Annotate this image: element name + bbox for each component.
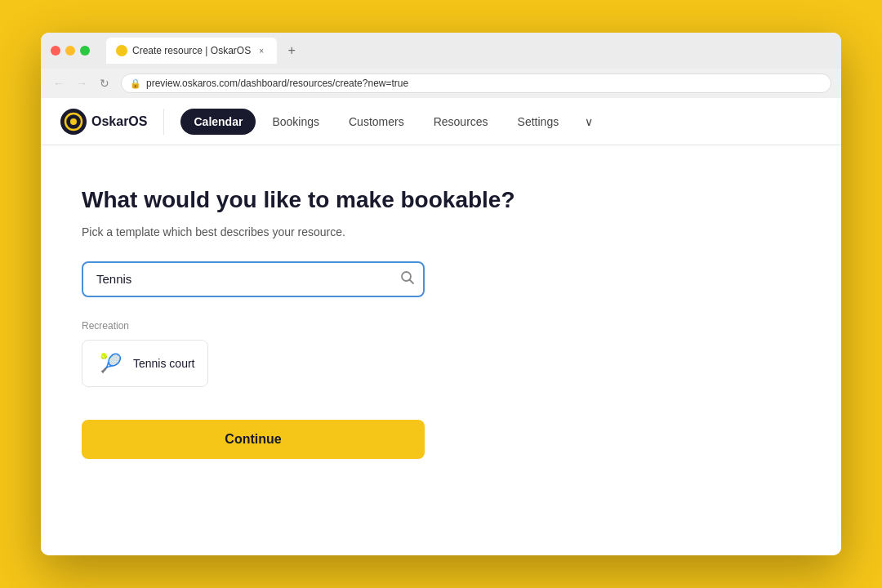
traffic-lights xyxy=(51,46,90,56)
nav-items: Calendar Bookings Customers Resources Se… xyxy=(180,109,822,135)
oskaros-logo: OskarOS xyxy=(60,109,147,135)
page-subtitle: Pick a template which best describes you… xyxy=(82,225,800,238)
category-label: Recreation xyxy=(82,320,800,332)
forward-button[interactable]: → xyxy=(74,75,90,91)
template-card-icon: 🎾 xyxy=(96,349,125,378)
lock-icon: 🔒 xyxy=(130,78,141,89)
svg-point-2 xyxy=(70,118,77,125)
new-tab-button[interactable]: + xyxy=(280,39,303,62)
svg-line-4 xyxy=(410,279,414,283)
back-button[interactable]: ← xyxy=(51,75,67,91)
tab-title: Create resource | OskarOS xyxy=(132,45,251,56)
main-content: What would you like to make bookable? Pi… xyxy=(41,145,841,555)
search-icon[interactable] xyxy=(400,270,415,288)
nav-item-settings[interactable]: Settings xyxy=(505,109,572,135)
nav-item-calendar[interactable]: Calendar xyxy=(180,109,256,135)
title-bar: Create resource | OskarOS × + xyxy=(41,33,841,69)
reload-button[interactable]: ↻ xyxy=(96,75,113,91)
address-bar: ← → ↻ 🔒 preview.oskaros.com/dashboard/re… xyxy=(41,69,841,98)
browser-window: Create resource | OskarOS × + ← → ↻ 🔒 pr… xyxy=(41,33,841,555)
search-input[interactable] xyxy=(82,261,425,297)
nav-buttons: ← → ↻ xyxy=(51,75,113,91)
maximize-button[interactable] xyxy=(80,46,90,56)
url-bar[interactable]: 🔒 preview.oskaros.com/dashboard/resource… xyxy=(121,74,831,93)
template-cards: 🎾 Tennis court xyxy=(82,340,800,387)
page-title: What would you like to make bookable? xyxy=(82,186,800,214)
nav-item-resources[interactable]: Resources xyxy=(421,109,501,135)
logo-area: OskarOS xyxy=(60,109,164,135)
tab-close-button[interactable]: × xyxy=(256,45,267,56)
close-button[interactable] xyxy=(51,46,60,56)
tab-favicon xyxy=(116,45,127,56)
template-card-label: Tennis court xyxy=(133,357,194,370)
nav-item-bookings[interactable]: Bookings xyxy=(259,109,332,135)
template-card-tennis-court[interactable]: 🎾 Tennis court xyxy=(82,340,208,387)
url-text: preview.oskaros.com/dashboard/resources/… xyxy=(146,78,408,89)
browser-tab[interactable]: Create resource | OskarOS × xyxy=(106,38,277,64)
top-nav: OskarOS Calendar Bookings Customers Reso… xyxy=(41,98,841,145)
logo-text: OskarOS xyxy=(91,114,147,129)
nav-item-customers[interactable]: Customers xyxy=(336,109,417,135)
tab-bar: Create resource | OskarOS × + xyxy=(106,38,831,64)
app-content: OskarOS Calendar Bookings Customers Reso… xyxy=(41,98,841,555)
logo-icon xyxy=(60,109,87,135)
continue-button[interactable]: Continue xyxy=(82,420,425,459)
minimize-button[interactable] xyxy=(65,46,75,56)
nav-more-button[interactable]: ∨ xyxy=(575,109,603,135)
search-container xyxy=(82,261,425,297)
